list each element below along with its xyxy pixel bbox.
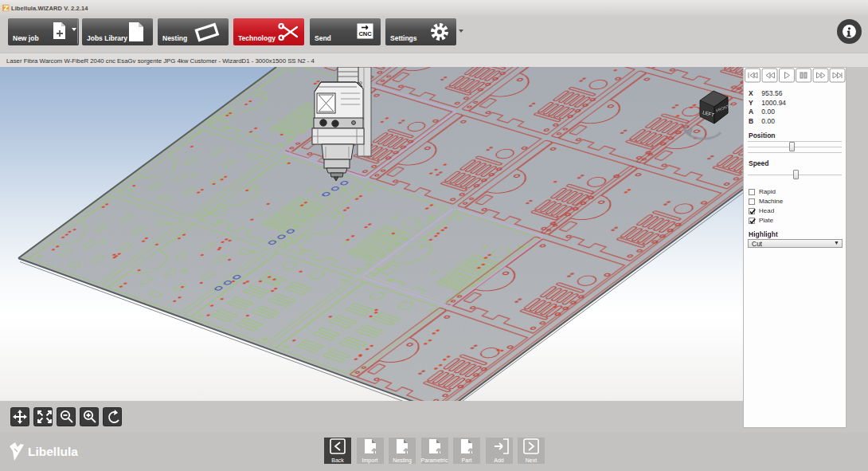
svg-text:CNC: CNC (358, 30, 372, 37)
svg-text:Libellula: Libellula (28, 445, 78, 458)
